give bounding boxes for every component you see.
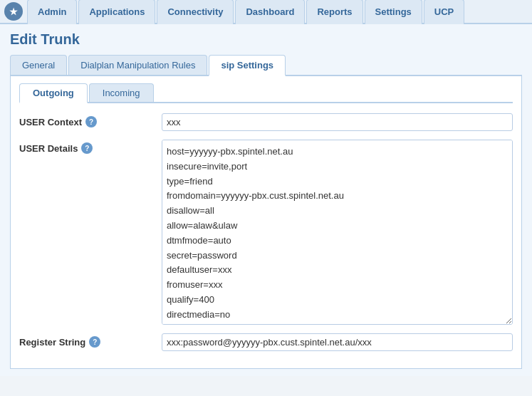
subtab-outgoing[interactable]: Outgoing	[19, 83, 88, 103]
nav-tab-reports[interactable]: Reports	[306, 0, 363, 24]
tab-dialplan[interactable]: Dialplan Manipulation Rules	[68, 55, 207, 75]
user-context-row: USER Context ?	[19, 113, 513, 131]
user-details-help-icon[interactable]: ?	[81, 142, 93, 154]
user-details-textarea[interactable]	[162, 140, 513, 325]
sip-settings-panel: Outgoing Incoming USER Context ? USER De…	[10, 76, 522, 369]
user-context-input[interactable]	[162, 113, 513, 131]
main-tabs: General Dialplan Manipulation Rules sip …	[10, 55, 522, 76]
register-string-row: Register String ?	[19, 333, 513, 351]
user-details-label: USER Details ?	[19, 140, 162, 154]
subtab-incoming[interactable]: Incoming	[89, 83, 154, 102]
nav-tab-connectivity[interactable]: Connectivity	[157, 0, 234, 24]
nav-tab-dashboard[interactable]: Dashboard	[235, 0, 305, 24]
page-content: Edit Trunk General Dialplan Manipulation…	[0, 24, 532, 376]
nav-tab-settings[interactable]: Settings	[365, 0, 422, 24]
tab-sip-settings[interactable]: sip Settings	[209, 55, 286, 76]
sub-tabs: Outgoing Incoming	[19, 83, 513, 103]
nav-tab-admin[interactable]: Admin	[27, 0, 77, 24]
register-string-label: Register String ?	[19, 333, 162, 348]
top-navigation: ★ Admin Applications Connectivity Dashbo…	[0, 0, 532, 24]
page-title: Edit Trunk	[10, 31, 522, 48]
user-details-row: USER Details ?	[19, 140, 513, 325]
user-context-help-icon[interactable]: ?	[85, 116, 97, 127]
svg-text:★: ★	[9, 6, 18, 17]
user-context-label: USER Context ?	[19, 113, 162, 127]
nav-tab-applications[interactable]: Applications	[78, 0, 155, 24]
register-string-input[interactable]	[162, 333, 513, 351]
app-logo: ★	[3, 1, 24, 22]
register-string-help-icon[interactable]: ?	[89, 336, 100, 348]
nav-tab-ucp[interactable]: UCP	[424, 0, 464, 24]
tab-general[interactable]: General	[10, 55, 67, 75]
